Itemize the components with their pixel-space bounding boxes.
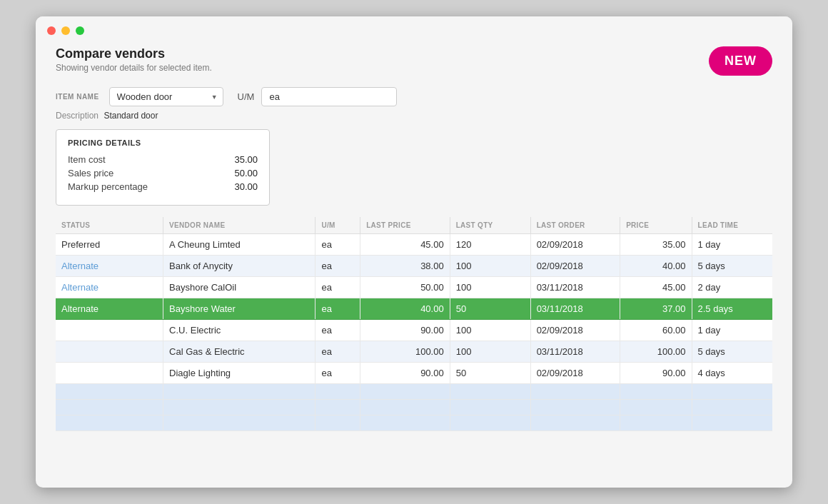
empty-cell bbox=[620, 400, 692, 415]
col-header-last-order: LAST ORDER bbox=[530, 217, 620, 234]
um-field-group: U/M bbox=[238, 87, 398, 106]
minimize-button[interactable] bbox=[61, 26, 70, 35]
cell-last-price: 100.00 bbox=[360, 341, 450, 363]
cell-vendor: C.U. Electric bbox=[163, 320, 315, 341]
item-select-wrapper: Wooden door bbox=[109, 87, 223, 106]
cell-last-price: 90.00 bbox=[360, 320, 450, 341]
cell-last-qty: 50 bbox=[450, 298, 530, 320]
cell-price: 90.00 bbox=[620, 363, 692, 384]
cell-price: 37.00 bbox=[620, 298, 692, 320]
empty-cell bbox=[692, 415, 772, 431]
empty-cell bbox=[450, 384, 530, 400]
cell-vendor: Bayshore Water bbox=[163, 298, 315, 320]
main-window: Compare vendors Showing vendor details f… bbox=[36, 16, 792, 488]
cell-lead-time: 2.5 days bbox=[692, 298, 772, 320]
empty-cell bbox=[360, 384, 450, 400]
cell-status: Alternate bbox=[56, 256, 163, 277]
col-header-price: PRICE bbox=[620, 217, 692, 234]
pricing-title: PRICING DETAILS bbox=[68, 138, 258, 147]
item-name-label: ITEM NAME bbox=[56, 93, 99, 101]
pricing-value-markup: 30.00 bbox=[215, 181, 258, 192]
empty-cell bbox=[530, 400, 620, 415]
cell-price: 100.00 bbox=[620, 341, 692, 363]
empty-cell bbox=[315, 384, 360, 400]
table-row[interactable]: Preferred A Cheung Limted ea 45.00 120 0… bbox=[56, 234, 772, 256]
cell-last-order: 02/09/2018 bbox=[530, 256, 620, 277]
title-bar bbox=[36, 16, 792, 35]
cell-last-price: 45.00 bbox=[360, 234, 450, 256]
table-row-empty bbox=[56, 384, 772, 400]
item-name-field-group: ITEM NAME Wooden door bbox=[56, 87, 223, 106]
item-name-select[interactable]: Wooden door bbox=[109, 87, 223, 106]
table-row[interactable]: Alternate Bank of Anycity ea 38.00 100 0… bbox=[56, 256, 772, 277]
col-header-last-price: LAST PRICE bbox=[360, 217, 450, 234]
cell-status: Alternate bbox=[56, 277, 163, 298]
cell-status: Alternate bbox=[56, 298, 163, 320]
um-label: U/M bbox=[238, 91, 255, 102]
empty-cell bbox=[450, 415, 530, 431]
empty-cell bbox=[315, 415, 360, 431]
empty-cell bbox=[56, 400, 163, 415]
description-value: Standard door bbox=[104, 111, 158, 121]
cell-um: ea bbox=[315, 341, 360, 363]
cell-um: ea bbox=[315, 320, 360, 341]
cell-um: ea bbox=[315, 298, 360, 320]
empty-cell bbox=[163, 400, 315, 415]
table-row[interactable]: Alternate Bayshore Water ea 40.00 50 03/… bbox=[56, 298, 772, 320]
cell-last-qty: 50 bbox=[450, 363, 530, 384]
cell-lead-time: 1 day bbox=[692, 320, 772, 341]
cell-vendor: Cal Gas & Electric bbox=[163, 341, 315, 363]
cell-status bbox=[56, 320, 163, 341]
col-header-last-qty: LAST QTY bbox=[450, 217, 530, 234]
cell-last-qty: 120 bbox=[450, 234, 530, 256]
pricing-value-item-cost: 35.00 bbox=[215, 154, 258, 165]
pricing-box: PRICING DETAILS Item cost 35.00 Sales pr… bbox=[56, 129, 270, 206]
table-row[interactable]: C.U. Electric ea 90.00 100 02/09/2018 60… bbox=[56, 320, 772, 341]
cell-last-price: 38.00 bbox=[360, 256, 450, 277]
cell-vendor: Bank of Anycity bbox=[163, 256, 315, 277]
cell-last-qty: 100 bbox=[450, 256, 530, 277]
col-header-um: U/M bbox=[315, 217, 360, 234]
cell-vendor: Diagle Lighting bbox=[163, 363, 315, 384]
cell-status bbox=[56, 363, 163, 384]
um-input[interactable] bbox=[261, 87, 397, 106]
table-row[interactable]: Cal Gas & Electric ea 100.00 100 03/11/2… bbox=[56, 341, 772, 363]
empty-cell bbox=[530, 384, 620, 400]
table-row[interactable]: Diagle Lighting ea 90.00 50 02/09/2018 9… bbox=[56, 363, 772, 384]
cell-last-qty: 100 bbox=[450, 277, 530, 298]
close-button[interactable] bbox=[47, 26, 56, 35]
empty-cell bbox=[163, 415, 315, 431]
pricing-value-sales-price: 50.00 bbox=[215, 168, 258, 178]
empty-cell bbox=[692, 384, 772, 400]
cell-last-order: 02/09/2018 bbox=[530, 234, 620, 256]
cell-lead-time: 4 days bbox=[692, 363, 772, 384]
cell-last-order: 03/11/2018 bbox=[530, 298, 620, 320]
cell-um: ea bbox=[315, 277, 360, 298]
col-header-vendor: VENDOR NAME bbox=[163, 217, 315, 234]
col-header-lead-time: LEAD TIME bbox=[692, 217, 772, 234]
cell-lead-time: 5 days bbox=[692, 256, 772, 277]
table-row-empty bbox=[56, 400, 772, 415]
empty-cell bbox=[56, 415, 163, 431]
maximize-button[interactable] bbox=[76, 26, 84, 35]
description-row: Description Standard door bbox=[56, 111, 772, 121]
cell-last-order: 03/11/2018 bbox=[530, 341, 620, 363]
cell-last-price: 50.00 bbox=[360, 277, 450, 298]
empty-cell bbox=[530, 415, 620, 431]
cell-um: ea bbox=[315, 363, 360, 384]
new-badge: NEW bbox=[709, 46, 772, 76]
empty-cell bbox=[360, 415, 450, 431]
cell-lead-time: 5 days bbox=[692, 341, 772, 363]
empty-cell bbox=[315, 400, 360, 415]
cell-vendor: A Cheung Limted bbox=[163, 234, 315, 256]
vendor-table: STATUS VENDOR NAME U/M LAST PRICE LAST Q… bbox=[56, 217, 772, 431]
pricing-label-markup: Markup percentage bbox=[68, 181, 182, 192]
empty-cell bbox=[360, 400, 450, 415]
pricing-row-3: Markup percentage 30.00 bbox=[68, 181, 258, 192]
cell-status bbox=[56, 341, 163, 363]
pricing-label-item-cost: Item cost bbox=[68, 154, 182, 165]
table-row[interactable]: Alternate Bayshore CalOil ea 50.00 100 0… bbox=[56, 277, 772, 298]
cell-last-order: 02/09/2018 bbox=[530, 320, 620, 341]
empty-cell bbox=[620, 384, 692, 400]
cell-price: 35.00 bbox=[620, 234, 692, 256]
